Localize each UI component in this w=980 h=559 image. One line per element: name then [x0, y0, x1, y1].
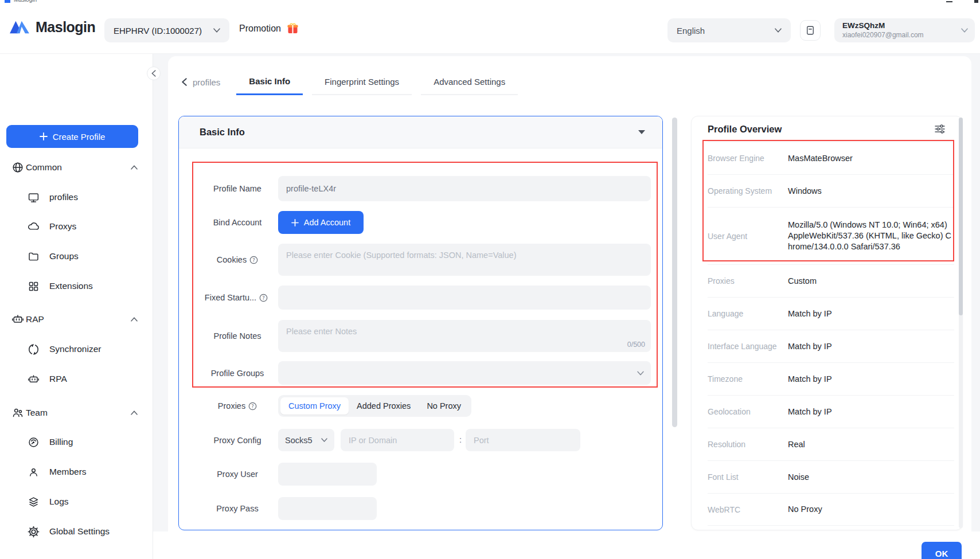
proxy-host-input[interactable] — [341, 429, 454, 451]
sidebar-item-groups[interactable]: Groups — [0, 243, 153, 270]
proxy-pass-input[interactable] — [278, 497, 377, 520]
sync-icon — [28, 343, 40, 355]
form-row-proxies: Proxies ? Custom Proxy Added Proxies No … — [179, 395, 662, 417]
overview-row-value: Noise — [788, 472, 954, 483]
sidebar-collapse-button[interactable] — [147, 67, 161, 80]
promotion-link[interactable]: Promotion — [239, 22, 299, 34]
plus-icon — [291, 219, 299, 226]
help-icon[interactable]: ? — [259, 294, 268, 302]
sidebar-label-members: Members — [49, 467, 87, 477]
proxy-port-input[interactable] — [466, 429, 580, 451]
chevron-up-icon — [131, 411, 138, 415]
minimize-icon[interactable] — [946, 1, 952, 2]
sidebar-label-synchronizer: Synchronizer — [49, 344, 101, 354]
chevron-left-icon — [182, 78, 187, 86]
help-icon[interactable]: ? — [248, 402, 257, 411]
sidebar-item-subscription-purchase[interactable]: Subscription Purchase — [0, 551, 153, 559]
overview-row-value: No Proxy — [788, 504, 954, 515]
document-icon — [805, 25, 815, 36]
overview-row-label: Geolocation — [708, 407, 788, 416]
proxies-option-added-proxies[interactable]: Added Proxies — [349, 397, 419, 415]
panel-title: Basic Info — [200, 127, 245, 138]
proxies-option-custom-proxy[interactable]: Custom Proxy — [280, 397, 349, 415]
cookies-label: Cookies ? — [202, 244, 272, 276]
caret-down-icon — [638, 130, 645, 134]
form-row-proxy-pass: Proxy Pass — [179, 497, 662, 520]
sidebar-label-groups: Groups — [49, 251, 79, 261]
help-icon[interactable]: ? — [249, 256, 258, 264]
language-selector[interactable]: English — [667, 18, 791, 42]
tab-advanced-settings[interactable]: Advanced Settings — [421, 69, 518, 95]
fixed-startup-textarea[interactable] — [278, 286, 651, 310]
add-account-label: Add Account — [304, 218, 350, 227]
basic-info-panel-header[interactable]: Basic Info — [179, 116, 662, 148]
form-row-fixed-startup: Fixed Startu... ? — [179, 286, 662, 310]
proxy-protocol-value: Socks5 — [285, 436, 313, 445]
workspace-selector[interactable]: EHPHRV (ID:1000027) — [104, 18, 229, 42]
proxies-option-no-proxy[interactable]: No Proxy — [419, 397, 469, 415]
proxy-user-label: Proxy User — [202, 463, 272, 486]
sidebar-section-team[interactable]: Team — [0, 399, 153, 427]
page-footer: OK — [153, 531, 980, 559]
profile-groups-label: Profile Groups — [202, 361, 272, 385]
tab-basic-info[interactable]: Basic Info — [236, 69, 303, 95]
chevron-down-icon — [213, 28, 220, 33]
overview-row-value: Match by IP — [788, 374, 954, 385]
profile-groups-select[interactable] — [278, 361, 651, 385]
basic-info-panel: Basic Info Profile Name Bind Account Add… — [178, 116, 663, 530]
documentation-button[interactable] — [800, 20, 821, 41]
sidebar-item-rpa[interactable]: RPA — [0, 365, 153, 393]
language-value: English — [677, 26, 705, 36]
profile-name-input[interactable] — [278, 176, 651, 201]
profile-overview-panel: Profile Overview Browser Engine MasMateB… — [691, 116, 963, 530]
content-scrollbar[interactable] — [672, 118, 677, 427]
add-account-button[interactable]: Add Account — [278, 211, 364, 234]
ok-button[interactable]: OK — [922, 542, 962, 559]
overview-row-label: Browser Engine — [708, 154, 788, 163]
sidebar-label-team: Team — [26, 408, 48, 418]
proxy-pass-label: Proxy Pass — [202, 497, 272, 520]
proxies-segmented-control: Custom Proxy Added Proxies No Proxy — [278, 395, 471, 417]
window-menu-icon[interactable] — [974, 0, 978, 3]
profile-notes-textarea[interactable] — [278, 320, 651, 352]
create-profile-button[interactable]: Create Profile — [6, 125, 138, 148]
person-icon — [28, 466, 40, 478]
tab-label: Fingerprint Settings — [325, 77, 399, 87]
proxy-user-input[interactable] — [278, 463, 377, 486]
sidebar-item-members[interactable]: Members — [0, 458, 153, 486]
sidebar-section-common[interactable]: Common — [0, 154, 153, 181]
sliders-icon[interactable] — [935, 124, 945, 134]
overview-row-operating-system: Operating System Windows — [708, 174, 954, 207]
sidebar-item-synchronizer[interactable]: Synchronizer — [0, 335, 153, 363]
sidebar-item-global-settings[interactable]: Global Settings — [0, 518, 153, 545]
overview-row-label: WebRTC — [708, 505, 788, 514]
overview-row-label: Proxies — [708, 276, 788, 286]
fixed-startup-label: Fixed Startu... ? — [196, 286, 276, 310]
user-account-menu[interactable]: EWzSQhzM xiaofei020907@gmail.com — [834, 18, 975, 42]
overview-row-label: Language — [708, 309, 788, 318]
sidebar-item-profiles[interactable]: profiles — [0, 183, 153, 211]
sidebar-item-logs[interactable]: Logs — [0, 488, 153, 515]
overview-row-browser-engine: Browser Engine MasMateBrowser — [708, 142, 954, 174]
overview-scrollbar[interactable] — [959, 118, 963, 315]
overview-row-proxies: Proxies Custom — [708, 264, 954, 297]
sidebar-item-extensions[interactable]: Extensions — [0, 272, 153, 300]
tab-fingerprint-settings[interactable]: Fingerprint Settings — [312, 69, 412, 95]
overview-row-user-agent: User Agent Mozilla/5.0 (Windows NT 10.0;… — [708, 207, 954, 264]
form-row-proxy-config: Proxy Config Socks5 : — [179, 429, 662, 451]
overview-row-value: Windows — [788, 186, 954, 197]
proxy-config-label: Proxy Config — [202, 429, 272, 451]
proxy-protocol-select[interactable]: Socks5 — [278, 429, 334, 451]
sidebar-label-rap: RAP — [26, 314, 44, 325]
svg-text:?: ? — [252, 257, 255, 263]
sidebar-item-billing[interactable]: Billing — [0, 428, 153, 456]
form-row-profile-notes: Profile Notes 0/500 — [179, 320, 662, 352]
sidebar-section-rap[interactable]: RAP — [0, 306, 153, 333]
cookies-textarea[interactable] — [278, 244, 651, 276]
overview-title: Profile Overview — [708, 124, 782, 135]
gear-icon — [28, 526, 40, 538]
sidebar-item-proxys[interactable]: Proxys — [0, 213, 153, 240]
app-logo: Maslogin — [9, 18, 95, 36]
cloud-icon — [28, 221, 40, 233]
breadcrumb-back-profiles[interactable]: profiles — [178, 69, 227, 95]
